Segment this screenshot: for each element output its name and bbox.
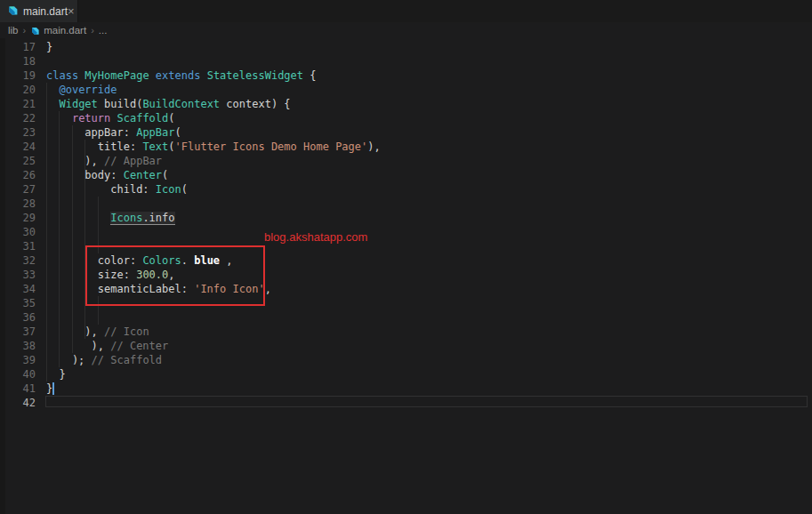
code-text: ), // Center <box>36 339 168 353</box>
code-line[interactable]: 39 ); // Scaffold <box>0 353 812 367</box>
code-line[interactable]: 42 <box>0 396 812 410</box>
breadcrumb-item-symbol-ellipsis[interactable]: ... <box>99 25 108 36</box>
code-text <box>36 310 46 325</box>
line-number[interactable]: 35 <box>0 296 36 310</box>
code-text: } <box>36 367 66 381</box>
text-cursor <box>52 382 54 395</box>
code-line[interactable]: 37 ), // Icon <box>0 325 812 339</box>
code-text: appBar: AppBar( <box>36 125 181 140</box>
code-line[interactable]: 36 <box>0 310 812 325</box>
line-number[interactable]: 38 <box>0 339 36 353</box>
line-number[interactable]: 42 <box>0 396 36 410</box>
code-line[interactable]: 18 <box>0 54 812 68</box>
vscode-editor-window: main.dart × lib › main.dart › ... 17}181… <box>0 0 812 514</box>
line-number[interactable]: 24 <box>0 140 36 154</box>
code-line[interactable]: 27 child: Icon( <box>0 182 812 197</box>
code-line[interactable]: 23 appBar: AppBar( <box>0 125 812 140</box>
line-number[interactable]: 36 <box>0 310 36 325</box>
code-text: body: Center( <box>36 168 168 182</box>
line-number[interactable]: 20 <box>0 83 36 97</box>
line-number[interactable]: 26 <box>0 168 36 182</box>
line-number[interactable]: 37 <box>0 325 36 339</box>
code-line[interactable]: 22 return Scaffold( <box>0 111 812 125</box>
annotation-highlight-box <box>85 245 265 306</box>
code-text <box>36 197 46 211</box>
code-line[interactable]: 24 title: Text('Flutter Icons Demo Home … <box>0 140 812 154</box>
chevron-right-icon: › <box>23 25 27 36</box>
code-text: Widget build(BuildContext context) { <box>36 97 291 111</box>
code-lines: 17}1819class MyHomePage extends Stateles… <box>0 38 812 410</box>
close-icon[interactable]: × <box>68 5 75 17</box>
code-line[interactable]: 28 <box>0 197 812 211</box>
line-number[interactable]: 29 <box>0 211 36 225</box>
line-number[interactable]: 41 <box>0 381 36 396</box>
code-line[interactable]: 21 Widget build(BuildContext context) { <box>0 97 812 111</box>
dart-icon <box>30 26 40 37</box>
code-text: } <box>36 40 52 54</box>
code-text: title: Text('Flutter Icons Demo Home Pag… <box>36 140 381 154</box>
line-number[interactable]: 21 <box>0 97 36 111</box>
line-number[interactable]: 28 <box>0 197 36 211</box>
code-line[interactable]: 20 @override <box>0 83 812 97</box>
code-line[interactable]: 25 ), // AppBar <box>0 154 812 168</box>
line-number[interactable]: 27 <box>0 182 36 197</box>
line-number[interactable]: 23 <box>0 125 36 140</box>
code-text <box>36 225 46 239</box>
line-number[interactable]: 31 <box>0 239 36 253</box>
code-text: ), // AppBar <box>36 154 162 168</box>
code-line[interactable]: 38 ), // Center <box>0 339 812 353</box>
tab-main-dart[interactable]: main.dart × <box>0 0 78 22</box>
code-text: child: Icon( <box>36 182 188 197</box>
code-text: @override <box>36 83 117 97</box>
breadcrumb: lib › main.dart › ... <box>0 22 812 38</box>
code-text: class MyHomePage extends StatelessWidget… <box>36 68 316 83</box>
line-number[interactable]: 18 <box>0 54 36 68</box>
line-number[interactable]: 25 <box>0 154 36 168</box>
line-number[interactable]: 40 <box>0 367 36 381</box>
code-text <box>36 396 46 410</box>
code-text <box>36 54 46 68</box>
tab-label: main.dart <box>23 5 68 18</box>
line-number[interactable]: 33 <box>0 268 36 282</box>
code-text <box>36 239 46 253</box>
code-line[interactable]: 41} <box>0 381 812 396</box>
line-number[interactable]: 32 <box>0 253 36 268</box>
breadcrumb-item-lib[interactable]: lib <box>8 25 19 36</box>
code-text: ); // Scaffold <box>36 353 162 367</box>
breadcrumb-item-main-dart[interactable]: main.dart <box>44 25 86 36</box>
code-text: ), // Icon <box>36 325 149 339</box>
code-text: Icons.info <box>36 211 175 225</box>
chevron-right-icon: › <box>91 25 94 36</box>
line-number[interactable]: 22 <box>0 111 36 125</box>
line-number[interactable]: 39 <box>0 353 36 367</box>
code-text: return Scaffold( <box>36 111 175 125</box>
line-number[interactable]: 19 <box>0 68 36 83</box>
line-number[interactable]: 17 <box>0 40 36 54</box>
code-line[interactable]: 26 body: Center( <box>0 168 812 182</box>
line-number[interactable]: 30 <box>0 225 36 239</box>
code-text: } <box>36 381 52 396</box>
code-line[interactable]: 30 <box>0 225 812 239</box>
code-line[interactable]: 29 Icons.info <box>0 211 812 225</box>
code-line[interactable]: 17} <box>0 40 812 54</box>
tab-bar: main.dart × <box>0 0 812 22</box>
code-line[interactable]: 40 } <box>0 367 812 381</box>
watermark-text: blog.akshatapp.com <box>264 230 367 244</box>
line-number[interactable]: 34 <box>0 282 36 296</box>
code-line[interactable]: 19class MyHomePage extends StatelessWidg… <box>0 68 812 83</box>
dart-icon <box>7 4 19 20</box>
code-text <box>36 296 46 310</box>
